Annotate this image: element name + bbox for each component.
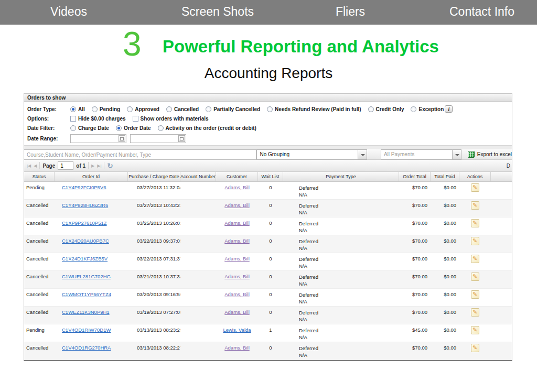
edit-note-icon[interactable]: ✎ <box>471 273 479 281</box>
edit-note-icon[interactable]: ✎ <box>471 344 479 352</box>
status-cell: Cancelled <box>24 253 55 270</box>
table-row[interactable]: Cancelled C1WMOT1YP56YTZ4 03/20/2013 09:… <box>24 289 512 307</box>
wait-list-cell: 0 <box>258 342 283 360</box>
next-page-icon[interactable]: ▶ <box>91 160 94 172</box>
column-header[interactable]: Wait List <box>258 172 283 181</box>
table-row[interactable]: Cancelled C1Y4P928HU6Z3R6 03/27/2013 10:… <box>24 200 512 217</box>
column-header[interactable]: Actions <box>459 172 491 181</box>
edit-note-icon[interactable]: ✎ <box>471 219 479 227</box>
date-from-input[interactable] <box>70 134 126 143</box>
order-total-cell: $70.00 <box>399 235 431 253</box>
radio-option[interactable]: Exception <box>411 106 444 112</box>
checkbox-option[interactable]: Show orders with materials <box>133 116 209 122</box>
column-header[interactable]: Status <box>24 172 55 181</box>
payments-select[interactable]: All Payments <box>381 149 461 160</box>
table-row[interactable]: Cancelled C1X24D1KFJ6ZB5V 03/22/2013 07:… <box>24 253 512 271</box>
calendar-icon[interactable] <box>178 135 185 142</box>
radio-option[interactable]: All <box>70 106 85 112</box>
customer-link[interactable]: Adams, Bill <box>224 274 250 279</box>
table-row[interactable]: Cancelled C1X24D20AU0PB7C 03/22/2013 09:… <box>24 235 512 253</box>
customer-link[interactable]: Adams, Bill <box>224 238 250 244</box>
order-id-link[interactable]: C1WEZ11K3N0P9H1 <box>62 309 110 315</box>
radio-option[interactable]: Approved <box>127 106 159 112</box>
refresh-icon[interactable]: ↻ <box>107 162 113 170</box>
date-to-input[interactable] <box>130 134 186 143</box>
customer-link[interactable]: Adams, Bill <box>224 291 250 297</box>
edit-note-icon[interactable]: ✎ <box>471 326 479 334</box>
table-row[interactable]: Cancelled C1V4OD1RG270HRA 03/13/2013 08:… <box>24 342 512 360</box>
radio-option[interactable]: Needs Refund Review (Paid in full) <box>267 106 361 112</box>
purchase-date-cell: 03/13/2013 08:22:27 ... <box>128 342 180 360</box>
checkbox-label: Hide $0.00 charges <box>78 116 126 122</box>
customer-link[interactable]: Lewis, Valda <box>223 327 251 333</box>
date-filter-group: Charge Date Order Date Activity on the o… <box>70 125 256 131</box>
radio-icon <box>127 106 133 112</box>
export-to-excel-button[interactable]: Export to excel <box>468 149 512 159</box>
radio-option[interactable]: Cancelled <box>166 106 199 112</box>
column-header[interactable]: Payment Type <box>283 172 399 181</box>
payment-type-cell: Deferred N/A <box>283 217 399 235</box>
total-paid-cell: $0.00 <box>431 307 459 324</box>
customer-link[interactable]: Adams, Bill <box>224 184 250 190</box>
edit-note-icon[interactable]: ✎ <box>471 237 479 245</box>
radio-option[interactable]: Charge Date <box>70 125 109 131</box>
nav-item[interactable]: Fliers <box>336 0 365 24</box>
order-id-link[interactable]: C1V4OD1RIW70D1W <box>62 327 111 333</box>
order-id-link[interactable]: C1X24D20AU0PB7C <box>62 238 109 244</box>
edit-note-icon[interactable]: ✎ <box>471 201 479 210</box>
customer-link[interactable]: Adams, Bill <box>224 345 250 351</box>
nav-item[interactable]: Screen Shots <box>181 0 254 24</box>
order-id-link[interactable]: C1WMOT1YP56YTZ4 <box>62 291 111 297</box>
table-row[interactable]: Pending C1V4OD1RIW70D1W 03/13/2013 08:23… <box>24 324 512 342</box>
payment-type-cell: Deferred N/A <box>283 200 399 217</box>
column-header[interactable]: Order Total <box>399 172 431 181</box>
radio-option[interactable]: Partially Cancelled <box>206 106 260 112</box>
nav-item[interactable]: Contact Info <box>449 0 514 24</box>
order-id-link[interactable]: C1Y4P928HU6Z3R6 <box>62 202 108 208</box>
radio-option[interactable]: Order Date <box>116 125 151 131</box>
order-id-link[interactable]: C1WUEL281G702HG <box>62 274 111 279</box>
radio-icon <box>368 106 374 112</box>
info-icon[interactable]: i <box>445 105 453 113</box>
checkbox-option[interactable]: Hide $0.00 charges <box>70 116 126 122</box>
order-total-cell: $70.00 <box>399 271 431 288</box>
order-id-link[interactable]: C1Y4P92FCI0P5V6 <box>62 184 106 190</box>
table-row[interactable]: Pending C1Y4P92FCI0P5V6 03/27/2013 11:32… <box>24 182 512 200</box>
order-id-link[interactable]: C1V4OD1RG270HRA <box>62 345 111 351</box>
first-page-icon[interactable]: |◀ <box>27 160 31 172</box>
edit-note-icon[interactable]: ✎ <box>471 290 479 299</box>
page-number-input[interactable] <box>58 161 73 170</box>
column-header[interactable]: Customer <box>216 172 258 181</box>
calendar-icon[interactable] <box>119 135 125 142</box>
order-type-group: All Pending Approved Cancelled Partially… <box>70 106 444 112</box>
customer-link[interactable]: Adams, Bill <box>224 256 250 262</box>
nav-item[interactable]: Videos <box>50 0 87 24</box>
order-id-link[interactable]: C1XP9P27610P51Z <box>62 220 107 226</box>
prev-page-icon[interactable]: ◀ <box>34 160 37 172</box>
edit-note-icon[interactable]: ✎ <box>471 183 479 192</box>
radio-option[interactable]: Pending <box>92 106 120 112</box>
grouping-select[interactable]: No Grouping <box>256 149 367 160</box>
radio-option[interactable]: Activity on the order (credit or debit) <box>158 125 256 131</box>
purchase-date-cell: 03/13/2013 08:23:29 ... <box>128 324 180 342</box>
table-row[interactable]: Cancelled C1WUEL281G702HG 03/21/2013 10:… <box>24 271 512 289</box>
status-cell: Pending <box>24 324 55 342</box>
column-header[interactable]: Total Paid <box>431 172 459 181</box>
edit-note-icon[interactable]: ✎ <box>471 255 479 263</box>
customer-link[interactable]: Adams, Bill <box>224 202 250 208</box>
pager-status-text: D <box>507 163 510 169</box>
column-header-label: Wait List <box>261 174 279 179</box>
table-row[interactable]: Cancelled C1XP9P27610P51Z 03/25/2013 10:… <box>24 217 512 235</box>
customer-link[interactable]: Adams, Bill <box>224 220 250 226</box>
table-row[interactable]: Cancelled C1WEZ11K3N0P9H1 03/19/2013 07:… <box>24 307 512 324</box>
order-id-link[interactable]: C1X24D1KFJ6ZB5V <box>62 256 108 262</box>
column-header[interactable]: Account Number <box>180 172 216 181</box>
edit-note-icon[interactable]: ✎ <box>471 308 479 317</box>
status-cell: Cancelled <box>24 289 55 306</box>
search-input[interactable] <box>24 149 256 160</box>
customer-link[interactable]: Adams, Bill <box>224 309 250 315</box>
radio-option[interactable]: Credit Only <box>368 106 404 112</box>
column-header[interactable]: Order Id <box>55 172 128 181</box>
column-header[interactable]: Purchase / Charge Date <box>128 172 180 181</box>
last-page-icon[interactable]: ▶| <box>97 160 101 172</box>
